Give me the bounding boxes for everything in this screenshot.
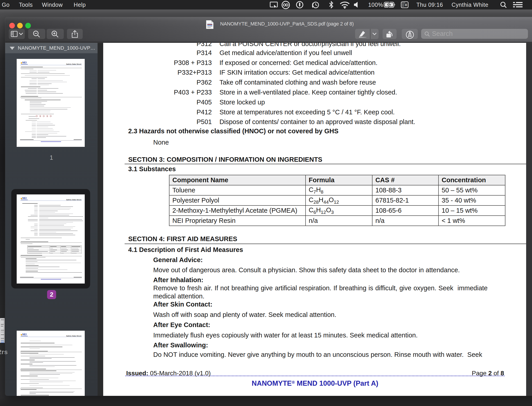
- svg-text:⌘: ⌘: [405, 3, 408, 7]
